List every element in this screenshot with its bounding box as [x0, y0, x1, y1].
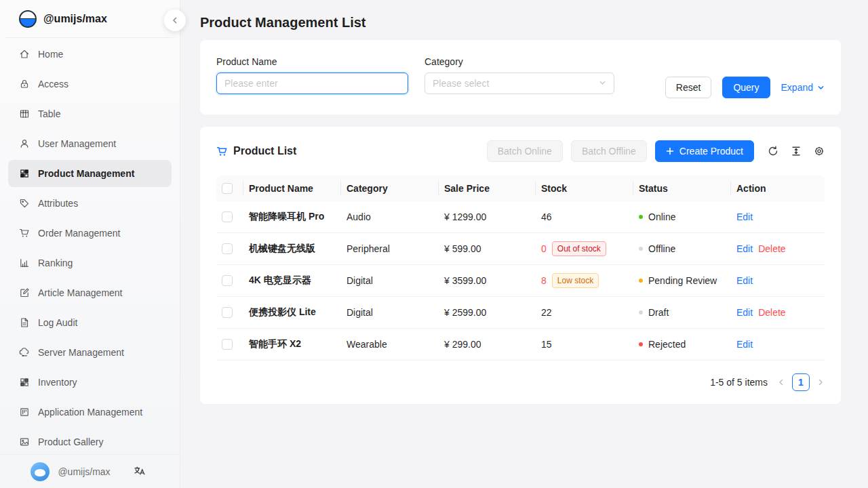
- delete-link[interactable]: Delete: [758, 307, 785, 318]
- cell-stock: 15: [536, 339, 633, 350]
- column-height-icon[interactable]: [791, 146, 802, 157]
- list-title: Product List: [233, 145, 296, 157]
- delete-link[interactable]: Delete: [758, 243, 785, 254]
- cell-stock: 46: [536, 211, 633, 222]
- cell-stock: 8Low stock: [536, 273, 633, 288]
- row-checkbox[interactable]: [222, 339, 233, 350]
- sidebar-item-table[interactable]: Table: [8, 100, 172, 127]
- column-header-sale-price: Sale Price: [439, 176, 536, 201]
- edit-link[interactable]: Edit: [736, 307, 753, 318]
- cell-status: Rejected: [633, 339, 731, 350]
- expand-toggle[interactable]: Expand: [781, 82, 825, 93]
- search-form-card: Product Name Category Please select Rese…: [200, 40, 841, 115]
- sidebar-item-label: Product Management: [38, 168, 134, 179]
- cell-product-name: 智能手环 X2: [243, 338, 341, 350]
- sidebar-item-label: Ranking: [38, 258, 73, 268]
- cart-icon: [19, 228, 30, 239]
- query-button[interactable]: Query: [722, 77, 770, 98]
- category-label: Category: [425, 56, 614, 67]
- sidebar-item-label: Attributes: [38, 198, 78, 209]
- status-dot: [639, 342, 643, 346]
- translate-icon[interactable]: [134, 465, 145, 479]
- category-select-placeholder: Please select: [433, 78, 489, 89]
- cell-sale-price: ¥ 299.00: [439, 339, 536, 350]
- table-header-row: Product NameCategorySale PriceStockStatu…: [216, 176, 825, 201]
- sidebar-footer: @umijs/max: [0, 454, 180, 488]
- stock-value: 22: [541, 307, 552, 318]
- cell-actions: EditDelete: [731, 307, 825, 318]
- sidebar-item-attributes[interactable]: Attributes: [8, 190, 172, 217]
- sidebar-item-home[interactable]: Home: [8, 41, 172, 68]
- cell-status: Offline: [633, 243, 731, 254]
- status-label: Draft: [648, 307, 669, 318]
- product-name-field: Product Name: [216, 56, 408, 94]
- cell-actions: Edit: [731, 339, 825, 350]
- user-avatar[interactable]: [31, 462, 50, 481]
- sidebar-item-ranking[interactable]: Ranking: [8, 249, 172, 277]
- sidebar-item-label: Log Audit: [38, 317, 77, 328]
- create-product-label: Create Product: [679, 146, 743, 157]
- status-label: Offline: [648, 243, 675, 254]
- edit-link[interactable]: Edit: [736, 275, 753, 286]
- header-select-all: [216, 176, 243, 201]
- reload-icon[interactable]: [768, 146, 778, 157]
- sidebar-item-order-management[interactable]: Order Management: [8, 220, 172, 247]
- row-checkbox[interactable]: [222, 275, 233, 286]
- sidebar-item-access[interactable]: Access: [8, 70, 172, 98]
- sidebar-item-product-management[interactable]: Product Management: [8, 160, 172, 187]
- plus-icon: [666, 147, 674, 155]
- pagination-total: 1-5 of 5 items: [710, 377, 768, 388]
- picture-icon: [19, 436, 30, 447]
- pagination-prev-icon[interactable]: [777, 378, 785, 386]
- table-icon: [19, 108, 30, 119]
- pagination-next-icon[interactable]: [816, 378, 825, 386]
- sidebar-collapse-button[interactable]: [164, 9, 186, 31]
- stock-alert-tag: Low stock: [552, 273, 599, 288]
- column-header-stock: Stock: [536, 176, 633, 201]
- row-checkbox[interactable]: [222, 243, 233, 254]
- row-checkbox[interactable]: [222, 211, 233, 222]
- status-dot: [639, 279, 643, 283]
- reset-button[interactable]: Reset: [665, 77, 712, 98]
- edit-link[interactable]: Edit: [736, 339, 753, 350]
- category-select[interactable]: Please select: [425, 73, 614, 94]
- sidebar-item-article-management[interactable]: Article Management: [8, 279, 172, 306]
- table-row: 机械键盘无线版Peripheral¥ 599.000Out of stockOf…: [216, 233, 825, 265]
- cell-actions: Edit: [731, 211, 825, 222]
- brand-title: @umijs/max: [43, 13, 107, 25]
- edit-link[interactable]: Edit: [736, 243, 753, 254]
- sidebar-item-server-management[interactable]: Server Management: [8, 339, 172, 366]
- sidebar-item-log-audit[interactable]: Log Audit: [8, 309, 172, 336]
- table-body: 智能降噪耳机 ProAudio¥ 1299.0046OnlineEdit机械键盘…: [216, 201, 825, 361]
- row-checkbox[interactable]: [222, 307, 233, 318]
- sidebar-item-inventory[interactable]: Inventory: [8, 369, 172, 396]
- list-toolbar: Product List Batch Online Batch Offline …: [216, 140, 825, 162]
- cell-category: Digital: [341, 275, 439, 286]
- sidebar-item-product-gallery[interactable]: Product Gallery: [8, 428, 172, 454]
- cell-product-name: 便携投影仪 Lite: [243, 306, 341, 319]
- pagination-page-1[interactable]: 1: [792, 373, 810, 391]
- sidebar-item-label: Product Gallery: [38, 436, 103, 447]
- list-tools: Batch Online Batch Offline Create Produc…: [487, 140, 825, 162]
- product-name-input[interactable]: [216, 73, 408, 94]
- select-all-checkbox[interactable]: [222, 183, 233, 194]
- status-label: Online: [648, 211, 675, 222]
- batch-online-button[interactable]: Batch Online: [487, 140, 563, 162]
- cell-actions: Edit: [731, 275, 825, 286]
- chevron-down-icon: [817, 84, 825, 92]
- appstore-icon: [19, 168, 30, 179]
- batch-offline-button[interactable]: Batch Offline: [571, 140, 647, 162]
- edit-link[interactable]: Edit: [736, 211, 753, 222]
- create-product-button[interactable]: Create Product: [655, 140, 754, 162]
- table-option-icons: [768, 146, 825, 157]
- settings-gear-icon[interactable]: [814, 146, 825, 157]
- home-icon: [19, 49, 30, 60]
- table-row: 4K 电竞显示器Digital¥ 3599.008Low stockPendin…: [216, 265, 825, 297]
- status-label: Rejected: [648, 339, 686, 350]
- sidebar-item-application-management[interactable]: Application Management: [8, 399, 172, 426]
- sidebar-item-user-management[interactable]: User Management: [8, 130, 172, 157]
- stock-value: 0: [541, 243, 547, 254]
- cell-category: Wearable: [341, 339, 439, 350]
- cell-status: Online: [633, 211, 731, 222]
- cell-sale-price: ¥ 3599.00: [439, 275, 536, 286]
